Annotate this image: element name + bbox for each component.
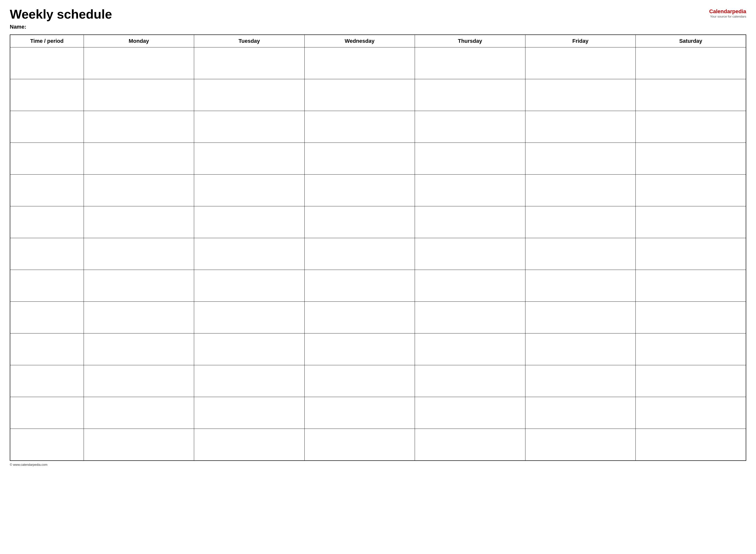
schedule-cell[interactable] bbox=[305, 429, 415, 461]
schedule-cell[interactable] bbox=[84, 206, 194, 238]
schedule-cell[interactable] bbox=[525, 302, 636, 333]
schedule-cell[interactable] bbox=[415, 302, 526, 333]
schedule-cell[interactable] bbox=[305, 47, 415, 79]
table-row bbox=[10, 333, 746, 365]
schedule-cell[interactable] bbox=[525, 397, 636, 429]
schedule-cell[interactable] bbox=[84, 238, 194, 270]
schedule-cell[interactable] bbox=[194, 238, 305, 270]
schedule-cell[interactable] bbox=[636, 143, 746, 175]
time-cell[interactable] bbox=[10, 79, 84, 111]
schedule-cell[interactable] bbox=[636, 397, 746, 429]
schedule-cell[interactable] bbox=[194, 206, 305, 238]
schedule-cell[interactable] bbox=[84, 270, 194, 302]
schedule-cell[interactable] bbox=[194, 429, 305, 461]
schedule-cell[interactable] bbox=[525, 175, 636, 206]
time-cell[interactable] bbox=[10, 47, 84, 79]
schedule-cell[interactable] bbox=[525, 47, 636, 79]
time-cell[interactable] bbox=[10, 175, 84, 206]
schedule-cell[interactable] bbox=[636, 111, 746, 143]
schedule-cell[interactable] bbox=[194, 302, 305, 333]
schedule-cell[interactable] bbox=[305, 111, 415, 143]
schedule-cell[interactable] bbox=[525, 429, 636, 461]
schedule-cell[interactable] bbox=[84, 333, 194, 365]
time-cell[interactable] bbox=[10, 429, 84, 461]
table-row bbox=[10, 270, 746, 302]
schedule-cell[interactable] bbox=[194, 397, 305, 429]
schedule-cell[interactable] bbox=[305, 79, 415, 111]
schedule-cell[interactable] bbox=[415, 206, 526, 238]
schedule-cell[interactable] bbox=[194, 270, 305, 302]
schedule-cell[interactable] bbox=[636, 429, 746, 461]
time-cell[interactable] bbox=[10, 270, 84, 302]
time-cell[interactable] bbox=[10, 365, 84, 397]
time-cell[interactable] bbox=[10, 397, 84, 429]
schedule-cell[interactable] bbox=[415, 365, 526, 397]
schedule-cell[interactable] bbox=[415, 270, 526, 302]
time-cell[interactable] bbox=[10, 206, 84, 238]
time-cell[interactable] bbox=[10, 333, 84, 365]
schedule-cell[interactable] bbox=[415, 175, 526, 206]
schedule-cell[interactable] bbox=[305, 206, 415, 238]
name-row: Name: bbox=[10, 24, 746, 30]
schedule-cell[interactable] bbox=[305, 238, 415, 270]
schedule-cell[interactable] bbox=[636, 238, 746, 270]
schedule-cell[interactable] bbox=[525, 365, 636, 397]
time-cell[interactable] bbox=[10, 111, 84, 143]
schedule-cell[interactable] bbox=[305, 143, 415, 175]
schedule-table: Time / period Monday Tuesday Wednesday T… bbox=[10, 35, 746, 461]
schedule-cell[interactable] bbox=[84, 111, 194, 143]
table-row bbox=[10, 365, 746, 397]
schedule-cell[interactable] bbox=[84, 429, 194, 461]
page-header: Weekly schedule Calendarpedia Your sourc… bbox=[10, 7, 746, 21]
logo-black-part: Calendar bbox=[709, 8, 732, 14]
schedule-cell[interactable] bbox=[636, 175, 746, 206]
time-cell[interactable] bbox=[10, 302, 84, 333]
schedule-cell[interactable] bbox=[415, 79, 526, 111]
schedule-cell[interactable] bbox=[415, 143, 526, 175]
schedule-cell[interactable] bbox=[305, 397, 415, 429]
schedule-cell[interactable] bbox=[525, 238, 636, 270]
schedule-cell[interactable] bbox=[305, 302, 415, 333]
schedule-cell[interactable] bbox=[84, 175, 194, 206]
schedule-cell[interactable] bbox=[525, 79, 636, 111]
time-cell[interactable] bbox=[10, 238, 84, 270]
schedule-cell[interactable] bbox=[525, 143, 636, 175]
schedule-cell[interactable] bbox=[305, 333, 415, 365]
schedule-cell[interactable] bbox=[194, 79, 305, 111]
schedule-cell[interactable] bbox=[84, 47, 194, 79]
schedule-cell[interactable] bbox=[636, 365, 746, 397]
schedule-cell[interactable] bbox=[636, 47, 746, 79]
schedule-cell[interactable] bbox=[84, 365, 194, 397]
schedule-cell[interactable] bbox=[194, 47, 305, 79]
schedule-cell[interactable] bbox=[525, 111, 636, 143]
schedule-cell[interactable] bbox=[415, 333, 526, 365]
schedule-cell[interactable] bbox=[636, 206, 746, 238]
schedule-cell[interactable] bbox=[415, 111, 526, 143]
schedule-cell[interactable] bbox=[525, 206, 636, 238]
col-header-tuesday: Tuesday bbox=[194, 35, 305, 47]
schedule-cell[interactable] bbox=[636, 333, 746, 365]
schedule-cell[interactable] bbox=[84, 302, 194, 333]
schedule-cell[interactable] bbox=[305, 270, 415, 302]
schedule-cell[interactable] bbox=[305, 175, 415, 206]
schedule-cell[interactable] bbox=[194, 333, 305, 365]
schedule-cell[interactable] bbox=[84, 397, 194, 429]
time-cell[interactable] bbox=[10, 143, 84, 175]
schedule-cell[interactable] bbox=[415, 429, 526, 461]
schedule-cell[interactable] bbox=[636, 79, 746, 111]
schedule-cell[interactable] bbox=[194, 143, 305, 175]
schedule-cell[interactable] bbox=[194, 365, 305, 397]
schedule-cell[interactable] bbox=[194, 111, 305, 143]
schedule-cell[interactable] bbox=[636, 302, 746, 333]
schedule-cell[interactable] bbox=[305, 365, 415, 397]
schedule-cell[interactable] bbox=[636, 270, 746, 302]
schedule-cell[interactable] bbox=[415, 397, 526, 429]
schedule-cell[interactable] bbox=[525, 333, 636, 365]
schedule-cell[interactable] bbox=[84, 79, 194, 111]
schedule-cell[interactable] bbox=[194, 175, 305, 206]
table-row bbox=[10, 238, 746, 270]
schedule-cell[interactable] bbox=[84, 143, 194, 175]
schedule-cell[interactable] bbox=[525, 270, 636, 302]
schedule-cell[interactable] bbox=[415, 238, 526, 270]
schedule-cell[interactable] bbox=[415, 47, 526, 79]
